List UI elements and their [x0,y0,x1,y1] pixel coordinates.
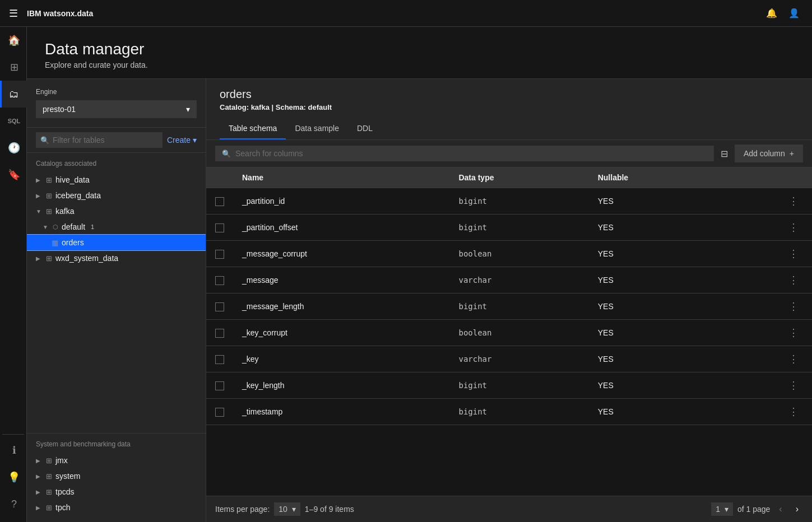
page-of-label: of 1 page [737,505,770,514]
row-more-button-2[interactable]: ⋮ [784,246,803,261]
page-title: Data manager [45,40,794,58]
engine-select[interactable]: presto-01 ▾ [36,100,197,118]
row-checkbox-5[interactable] [215,329,224,338]
row-more-button-8[interactable]: ⋮ [784,404,803,419]
row-checkbox-6[interactable] [215,355,224,364]
row-checkbox-cell [206,188,233,215]
catalog-value: kafka [251,103,270,111]
current-page-value: 1 [716,505,720,514]
hamburger-icon[interactable]: ☰ [9,7,18,20]
row-actions-0: ⋮ [716,188,812,215]
kafka-label: kafka [55,207,74,216]
table-row: _message_length bigint YES ⋮ [206,293,812,320]
tab-table-schema[interactable]: Table schema [220,118,286,139]
row-datatype-2: boolean [449,241,588,267]
system-section: System and benchmarking data ▶ ⊞ jmx ▶ ⊞… [27,433,206,522]
row-actions-1: ⋮ [716,215,812,241]
table-row: _message varchar YES ⋮ [206,267,812,293]
add-column-button[interactable]: Add column + [735,145,803,162]
row-more-button-1[interactable]: ⋮ [784,220,803,235]
row-actions-6: ⋮ [716,346,812,372]
schema-table: Name Data type Nullable _partition_id bi… [206,167,812,425]
create-button[interactable]: Create ▾ [167,136,197,145]
search-icon: 🔍 [40,136,49,145]
row-more-button-5[interactable]: ⋮ [784,325,803,340]
row-checkbox-0[interactable] [215,197,224,206]
catalog-icon: ⊞ [46,192,52,200]
sidebar-item-wxd-system-data[interactable]: ▶ ⊞ wxd_system_data [27,250,206,266]
sidebar-item-jmx[interactable]: ▶ ⊞ jmx [27,453,206,468]
create-label: Create [167,136,191,145]
row-checkbox-1[interactable] [215,223,224,232]
row-name-8: _timestamp [233,399,449,425]
row-datatype-6: varchar [449,346,588,372]
tab-ddl[interactable]: DDL [348,118,382,139]
row-actions-5: ⋮ [716,320,812,346]
row-datatype-5: boolean [449,320,588,346]
table-head: Name Data type Nullable [206,167,812,188]
next-page-button[interactable]: › [791,502,803,516]
catalogs-label: Catalogs associated [27,160,206,172]
sidebar-item-kafka[interactable]: ▼ ⊞ kafka [27,203,206,219]
row-checkbox-2[interactable] [215,250,224,259]
nav-bookmark-icon[interactable]: 🔖 [0,161,27,188]
row-datatype-7: bigint [449,372,588,399]
row-checkbox-3[interactable] [215,276,224,285]
table-row: _key_length bigint YES ⋮ [206,372,812,399]
sidebar-item-tpch[interactable]: ▶ ⊞ tpch [27,500,206,515]
meta-separator: | [272,103,276,111]
sidebar-item-orders[interactable]: ▦ orders [27,235,206,250]
nav-lightbulb-icon[interactable]: 💡 [0,464,27,491]
row-checkbox-cell [206,372,233,399]
nav-info-icon[interactable]: ℹ [0,437,27,464]
table-icon: ▦ [52,239,58,247]
schema-value: default [308,103,332,111]
nav-query-icon[interactable]: ⊞ [0,54,27,81]
catalog-icon: ⊞ [46,472,52,481]
nav-history-icon[interactable]: 🕐 [0,134,27,161]
search-columns-wrap: 🔍 [215,146,714,161]
nav-help-icon[interactable]: ? [0,491,27,518]
row-more-button-4[interactable]: ⋮ [784,299,803,314]
column-view-button[interactable]: ⊟ [718,146,730,161]
row-actions-2: ⋮ [716,241,812,267]
user-avatar-icon[interactable]: 👤 [785,4,803,22]
table-row: _timestamp bigint YES ⋮ [206,399,812,425]
system-label: System and benchmarking data [27,440,206,453]
row-more-button-0[interactable]: ⋮ [784,194,803,208]
row-checkbox-cell [206,293,233,320]
sidebar-item-iceberg-data[interactable]: ▶ ⊞ iceberg_data [27,188,206,203]
tab-data-sample[interactable]: Data sample [286,118,348,139]
items-per-page-select-wrap[interactable]: 10 ▾ [274,502,300,516]
prev-page-button[interactable]: ‹ [774,502,786,516]
page-select-wrap[interactable]: 1 ▾ [711,502,733,516]
catalog-label: Catalog: [220,103,249,111]
row-more-button-6[interactable]: ⋮ [784,352,803,366]
row-nullable-6: YES [589,346,716,372]
sidebar-item-default[interactable]: ▼ ⬡ default 1 [27,219,206,235]
nav-rail-top: 🏠 ⊞ 🗂 SQL 🕐 🔖 [0,27,26,188]
row-nullable-8: YES [589,399,716,425]
sidebar-item-system[interactable]: ▶ ⊞ system [27,468,206,484]
search-columns-input[interactable] [235,149,707,158]
row-nullable-3: YES [589,267,716,293]
sidebar-item-hive-data[interactable]: ▶ ⊞ hive_data [27,172,206,188]
row-checkbox-7[interactable] [215,381,224,390]
engine-label: Engine [36,88,197,96]
table-row: _partition_id bigint YES ⋮ [206,188,812,215]
nav-home-icon[interactable]: 🏠 [0,27,27,54]
notifications-icon[interactable]: 🔔 [763,4,781,22]
nav-data-icon[interactable]: 🗂 [0,81,27,108]
catalogs-section: Catalogs associated ▶ ⊞ hive_data ▶ ⊞ ic… [27,153,206,433]
filter-tables-input[interactable] [53,136,158,145]
nav-sql-icon[interactable]: SQL [0,108,27,134]
table-row: _key_corrupt boolean YES ⋮ [206,320,812,346]
row-more-button-7[interactable]: ⋮ [784,378,803,393]
chevron-right-icon: ▶ [36,505,43,511]
sidebar-item-tpcds[interactable]: ▶ ⊞ tpcds [27,484,206,500]
main-panel: orders Catalog: kafka | Schema: default … [206,79,812,522]
row-checkbox-8[interactable] [215,408,224,417]
row-nullable-1: YES [589,215,716,241]
row-more-button-3[interactable]: ⋮ [784,273,803,287]
row-checkbox-4[interactable] [215,302,224,311]
